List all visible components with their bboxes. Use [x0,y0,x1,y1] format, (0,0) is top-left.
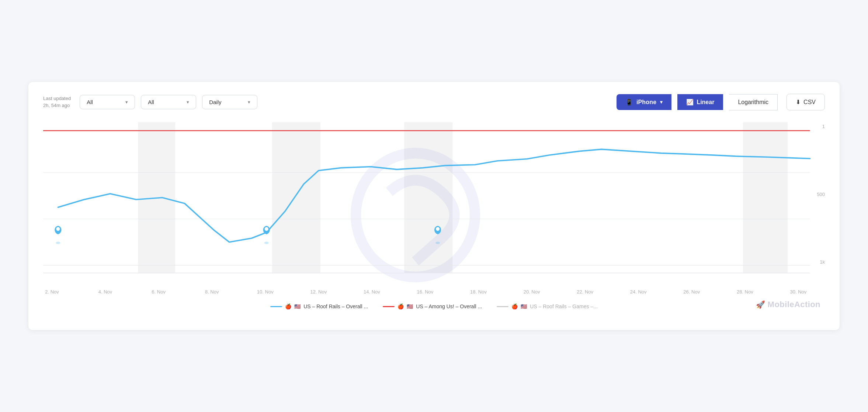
filter-all-1[interactable]: All ▾ [80,95,135,109]
chart-area: 1 500 1k [43,122,825,285]
x-label-22nov: 22. Nov [576,289,594,295]
x-axis: 2. Nov 4. Nov 6. Nov 8. Nov 10. Nov 12. … [43,286,825,295]
legend-item-roof-rails-games: 🍎 🇺🇸 US – Roof Rails – Games –... [497,303,598,309]
legend-line-red [383,306,395,307]
chevron-down-icon: ▾ [187,99,189,105]
chevron-down-icon: ▾ [660,99,663,105]
chart-svg [43,122,825,285]
download-icon: ⬇ [796,99,801,106]
apple-icon: 🍎 [285,303,291,309]
brand-rocket-icon: 🚀 [756,300,765,309]
y-label-1k: 1k [806,259,825,265]
phone-icon: 📱 [625,99,633,106]
svg-point-12 [264,242,269,244]
apple-icon-2: 🍎 [397,303,404,309]
chart-legend: 🍎 🇺🇸 US – Roof Rails – Overall ... 🍎 🇺🇸 … [43,303,825,309]
pin-marker-1 [55,226,61,244]
x-label-26nov: 26. Nov [683,289,701,295]
chart-line-icon: 📈 [686,99,694,106]
csv-button[interactable]: ⬇ CSV [787,94,825,110]
filter-daily[interactable]: Daily ▾ [202,95,257,109]
watermark: 🚀 MobileAction [751,297,825,312]
svg-rect-3 [743,122,788,273]
x-label-6nov: 6. Nov [150,289,167,295]
legend-line-gray [497,306,508,307]
filter-all-2[interactable]: All ▾ [141,95,196,109]
brand-name: MobileAction [768,300,820,309]
x-label-8nov: 8. Nov [203,289,221,295]
x-label-10nov: 10. Nov [256,289,274,295]
legend-text-red: US – Among Us! – Overall ... [416,303,482,309]
us-flag-2: 🇺🇸 [407,303,413,309]
chevron-down-icon: ▾ [125,99,128,105]
svg-point-13 [265,227,268,231]
legend-text-blue: US – Roof Rails – Overall ... [303,303,368,309]
us-flag-3: 🇺🇸 [521,303,527,309]
last-updated-label: Last updated [43,95,71,102]
iphone-button[interactable]: 📱 iPhone ▾ [617,94,672,110]
x-label-12nov: 12. Nov [310,289,327,295]
y-label-500: 500 [806,192,825,197]
apple-icon-3: 🍎 [511,303,518,309]
svg-point-14 [435,242,440,244]
y-label-1: 1 [806,124,825,129]
chevron-down-icon: ▾ [248,99,250,105]
x-label-24nov: 24. Nov [629,289,647,295]
legend-text-gray: US – Roof Rails – Games –... [530,303,598,309]
last-updated: Last updated 2h, 54m ago [43,95,71,109]
x-label-30nov: 30. Nov [789,289,807,295]
x-label-20nov: 20. Nov [523,289,541,295]
x-label-18nov: 18. Nov [470,289,487,295]
last-updated-time: 2h, 54m ago [43,102,71,109]
legend-line-blue [270,306,282,307]
svg-point-10 [56,242,60,244]
svg-point-11 [56,227,60,231]
x-label-2nov: 2. Nov [43,289,61,295]
svg-point-15 [436,227,440,231]
legend-item-among-us: 🍎 🇺🇸 US – Among Us! – Overall ... [383,303,482,309]
x-label-4nov: 4. Nov [97,289,114,295]
logarithmic-button[interactable]: Logarithmic [729,94,778,110]
x-label-14nov: 14. Nov [363,289,381,295]
us-flag: 🇺🇸 [294,303,301,309]
legend-item-roof-rails: 🍎 🇺🇸 US – Roof Rails – Overall ... [270,303,368,309]
pin-marker-2 [263,226,270,244]
x-label-16nov: 16. Nov [416,289,434,295]
x-label-28nov: 28. Nov [736,289,754,295]
toolbar: Last updated 2h, 54m ago All ▾ All ▾ Dai… [43,94,825,110]
linear-button[interactable]: 📈 Linear [677,94,723,110]
main-card: Last updated 2h, 54m ago All ▾ All ▾ Dai… [28,82,840,330]
svg-rect-1 [272,122,320,273]
